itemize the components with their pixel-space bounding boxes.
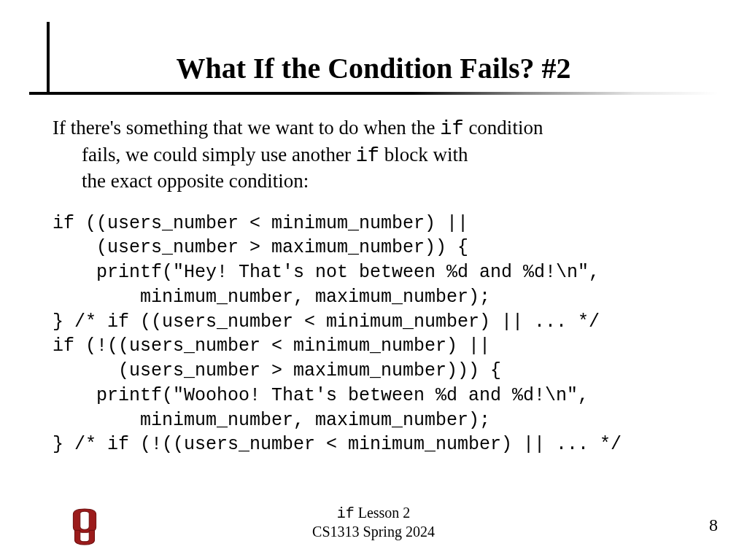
footer-center: if Lesson 2 CS1313 Spring 2024 bbox=[0, 504, 747, 541]
para-l1-keyword: if bbox=[440, 118, 463, 140]
para-l1b: condition bbox=[464, 117, 543, 139]
para-l2a: fails, we could simply use another bbox=[82, 144, 356, 166]
ou-logo-icon bbox=[66, 508, 104, 545]
slide: What If the Condition Fails? #2 If there… bbox=[0, 0, 747, 560]
footer: if Lesson 2 CS1313 Spring 2024 bbox=[0, 504, 747, 541]
footer-lesson-kw: if bbox=[337, 505, 355, 522]
para-l2b: block with bbox=[379, 144, 468, 166]
para-l1a: If there's something that we want to do … bbox=[53, 117, 440, 139]
page-number: 8 bbox=[709, 516, 718, 535]
footer-lesson: if Lesson 2 bbox=[0, 504, 747, 523]
para-line-2: fails, we could simply use another if bl… bbox=[53, 142, 702, 169]
para-line-1: If there's something that we want to do … bbox=[53, 115, 702, 142]
footer-lesson-rest: Lesson 2 bbox=[355, 505, 411, 521]
code-block: if ((users_number < minimum_number) || (… bbox=[53, 211, 702, 458]
slide-body: If there's something that we want to do … bbox=[53, 115, 702, 457]
slide-title: What If the Condition Fails? #2 bbox=[0, 51, 747, 85]
para-line-3: the exact opposite condition: bbox=[53, 168, 702, 194]
para-l2-keyword: if bbox=[356, 145, 379, 167]
footer-course: CS1313 Spring 2024 bbox=[0, 523, 747, 541]
horizontal-rule bbox=[29, 92, 718, 95]
intro-paragraph: If there's something that we want to do … bbox=[53, 115, 702, 194]
